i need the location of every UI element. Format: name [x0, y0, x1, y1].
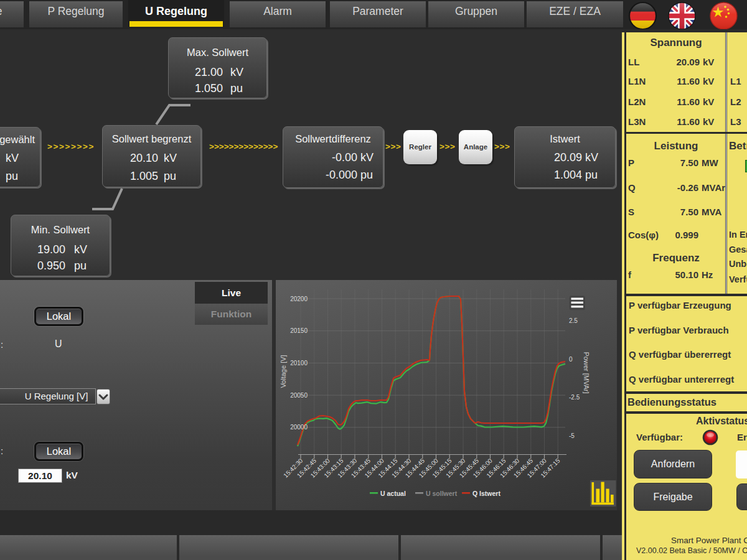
- svg-text:U actual: U actual: [380, 490, 406, 497]
- svg-text:0: 0: [569, 356, 573, 363]
- svg-text:Q Istwert: Q Istwert: [472, 490, 500, 497]
- svg-text:-2.5: -2.5: [569, 394, 580, 401]
- svg-text:20100: 20100: [290, 360, 308, 366]
- svg-text:20200: 20200: [290, 296, 308, 302]
- svg-text:Voltage [V]: Voltage [V]: [280, 355, 287, 388]
- svg-text:-5: -5: [569, 432, 575, 439]
- svg-text:U sollwert: U sollwert: [426, 490, 458, 497]
- svg-text:20150: 20150: [290, 327, 308, 334]
- svg-text:Power [MVAr]: Power [MVAr]: [583, 352, 590, 393]
- svg-text:20050: 20050: [290, 392, 308, 399]
- svg-text:2.5: 2.5: [569, 317, 578, 324]
- svg-text:20000: 20000: [290, 424, 308, 431]
